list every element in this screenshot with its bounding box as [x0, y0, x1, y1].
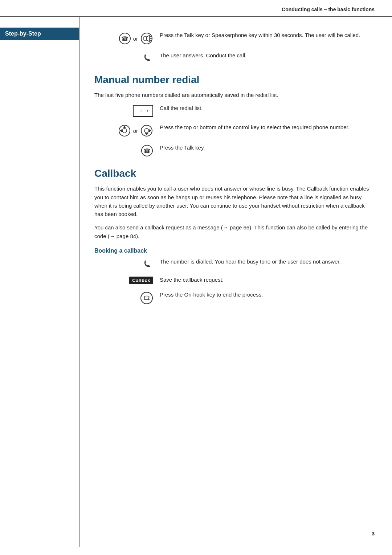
ctrl-icons: or: [118, 124, 153, 137]
intro-row-1: ☎ or Pr: [94, 31, 375, 45]
booking-row-1: The number is dialled. You hear the busy…: [94, 258, 375, 269]
redial-row-1: →→ Call the redial list.: [94, 104, 375, 117]
booking-text-3: Press the On-hook key to end the process…: [160, 291, 375, 299]
redial-text-2: Press the top or bottom of the control k…: [160, 123, 375, 132]
svg-marker-15: [149, 129, 151, 132]
svg-rect-3: [144, 37, 147, 40]
or-text-1: or: [133, 36, 138, 42]
page-container: Conducting calls – the basic functions S…: [0, 0, 392, 555]
page-number: 3: [372, 530, 375, 536]
icon-col-talk-2: [94, 52, 160, 63]
redial-row-3: ☎ Press the Talk key.: [94, 144, 375, 157]
svg-marker-11: [120, 129, 122, 132]
ctrl-top-icon: [118, 124, 131, 137]
onhook-icon: [140, 291, 153, 305]
ctrl-bottom-icon: [140, 124, 153, 137]
svg-point-13: [144, 128, 149, 133]
redial-text-3: Press the Talk key.: [160, 144, 375, 152]
main-content: ☎ or Pr: [80, 17, 392, 547]
booking-text-1: The number is dialled. You hear the busy…: [160, 258, 375, 266]
manual-redial-heading: Manual number redial: [94, 74, 375, 86]
manual-redial-description: The last five phone numbers dialled are …: [94, 91, 375, 99]
arrow-ref-1: →: [223, 224, 228, 230]
callbck-button: Callbck: [129, 277, 153, 284]
svg-marker-4: [147, 35, 150, 42]
main-layout: Step-by-Step ☎ or: [0, 17, 392, 547]
redial-text-1: Call the redial list.: [160, 104, 375, 113]
svg-marker-10: [123, 126, 126, 128]
page-header: Conducting calls – the basic functions: [0, 0, 392, 17]
sidebar: Step-by-Step: [0, 17, 80, 547]
arrow-ref-2: →: [110, 233, 115, 239]
handset-icon-2: [142, 258, 153, 269]
icon-col-talk-4: [94, 258, 160, 269]
svg-point-18: [141, 292, 152, 304]
double-arrow-icon: →→: [133, 105, 153, 117]
intro-text-2: The user answers. Conduct the call.: [160, 52, 375, 60]
icon-col-ctrl: or: [94, 123, 160, 137]
svg-marker-14: [145, 133, 148, 135]
booking-callback-subheading: Booking a callback: [94, 248, 375, 254]
speakerphone-icon: [140, 32, 153, 45]
booking-row-3: Press the On-hook key to end the process…: [94, 291, 375, 305]
icon-col-talk-or-speaker: ☎ or: [94, 31, 160, 45]
callback-heading: Callback: [94, 168, 375, 179]
icon-col-onhook: [94, 291, 160, 305]
talk-or-speaker-icons: ☎ or: [119, 32, 153, 45]
handset-icon-1: [142, 52, 153, 63]
redial-row-2: or Press the top or bottom of th: [94, 123, 375, 137]
intro-text-1: Press the Talk key or Speakerphone key w…: [160, 31, 375, 40]
header-title: Conducting calls – the basic functions: [282, 7, 375, 12]
svg-text:☎: ☎: [143, 148, 151, 154]
callback-description-1: This function enables you to call a user…: [94, 184, 375, 218]
icon-col-double-arrow: →→: [94, 104, 160, 117]
talk-key-icon: ☎: [119, 32, 131, 45]
svg-text:☎: ☎: [121, 36, 128, 42]
intro-row-2: The user answers. Conduct the call.: [94, 52, 375, 63]
icon-col-callbck: Callbck: [94, 276, 160, 284]
callback-description-2: You can also send a callback request as …: [94, 223, 375, 240]
booking-text-2: Save the callback request.: [160, 276, 375, 284]
svg-point-9: [122, 128, 127, 133]
booking-row-2: Callbck Save the callback request.: [94, 276, 375, 284]
or-text-2: or: [133, 128, 138, 134]
icon-col-talk-3: ☎: [94, 144, 160, 157]
talk-key-icon-2: ☎: [141, 144, 153, 157]
step-by-step-label: Step-by-Step: [0, 28, 79, 40]
